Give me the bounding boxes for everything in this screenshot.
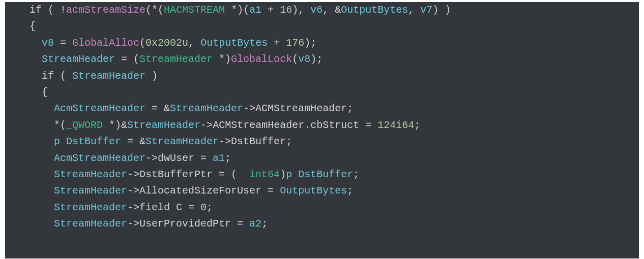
code-line: if ( !acmStreamSize(*(HACMSTREAM *)(a1 +… (5, 4, 451, 16)
code-line: *(_QWORD *)&StreamHeader->ACMStreamHeade… (5, 119, 420, 131)
code-line: AcmStreamHeader = &StreamHeader->ACMStre… (5, 103, 353, 114)
code-line: { (5, 20, 36, 32)
code-line: StreamHeader->UserProvidedPtr = a2; (5, 218, 268, 230)
code-line: StreamHeader->AllocatedSizeForUser = Out… (5, 185, 353, 197)
code-line: { (5, 86, 48, 98)
code-block: if ( !acmStreamSize(*(HACMSTREAM *)(a1 +… (5, 2, 639, 258)
code-line: AcmStreamHeader->dwUser = a1; (5, 152, 231, 164)
code-line: StreamHeader = (StreamHeader *)GlobalLoc… (5, 53, 323, 65)
code-line: if ( StreamHeader ) (5, 70, 158, 82)
code-line: v8 = GlobalAlloc(0x2002u, OutputBytes + … (5, 37, 316, 49)
code-line: p_DstBuffer = &StreamHeader->DstBuffer; (5, 136, 292, 147)
code-line: StreamHeader->DstBufferPtr = (__int64)p_… (5, 169, 359, 180)
code-line: StreamHeader->field_C = 0; (5, 202, 213, 213)
